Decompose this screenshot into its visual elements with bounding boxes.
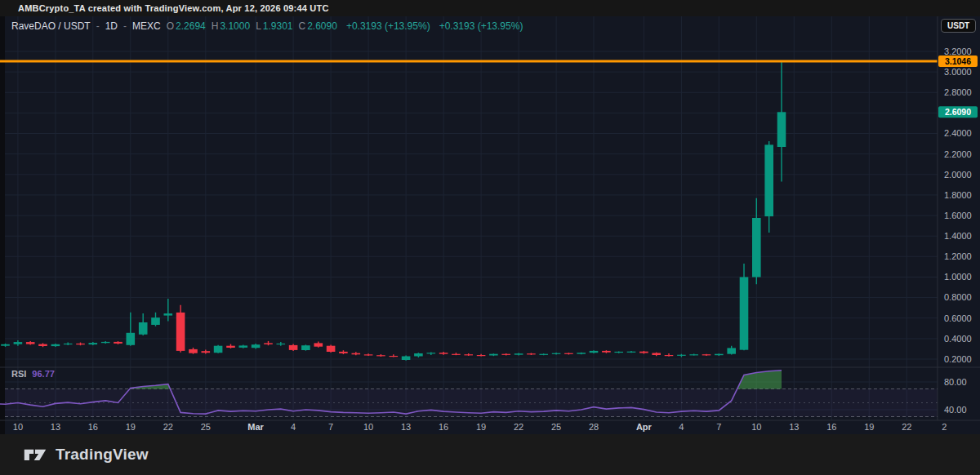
tradingview-logo-icon[interactable] [23, 445, 47, 464]
svg-text:3.2000: 3.2000 [944, 47, 972, 56]
open-value: 2.2694 [176, 20, 206, 32]
svg-text:3.0000: 3.0000 [944, 67, 972, 77]
svg-text:25: 25 [551, 422, 561, 432]
svg-text:3.1046: 3.1046 [945, 56, 971, 66]
open-label: O [167, 20, 174, 32]
svg-text:0.6000: 0.6000 [944, 313, 972, 323]
svg-text:22: 22 [514, 422, 523, 432]
svg-text:22: 22 [902, 422, 911, 432]
svg-text:19: 19 [476, 422, 486, 432]
tradingview-logo-text[interactable]: TradingView [56, 446, 149, 464]
svg-text:2: 2 [942, 422, 947, 432]
svg-text:4: 4 [679, 422, 684, 432]
svg-text:25: 25 [201, 422, 211, 432]
svg-text:1.4000: 1.4000 [944, 231, 972, 241]
low-value: 1.9301 [263, 20, 293, 32]
svg-text:16: 16 [88, 422, 98, 432]
svg-text:4: 4 [291, 422, 296, 432]
svg-text:7: 7 [328, 422, 333, 432]
svg-text:0.4000: 0.4000 [944, 334, 972, 344]
symbol-title[interactable]: RaveDAO / USDT [11, 20, 91, 32]
svg-text:1.8000: 1.8000 [944, 190, 972, 200]
high-value: 3.1000 [220, 20, 250, 32]
attribution-text: AMBCrypto_TA created with TradingView.co… [18, 3, 329, 13]
legend-separator: - [123, 20, 127, 32]
svg-text:80.00: 80.00 [944, 377, 967, 387]
svg-text:22: 22 [163, 422, 173, 432]
attribution-bar: AMBCrypto_TA created with TradingView.co… [0, 0, 980, 16]
svg-text:13: 13 [51, 422, 60, 432]
legend-separator: - [96, 20, 100, 32]
svg-text:19: 19 [864, 422, 874, 432]
svg-text:0.2000: 0.2000 [944, 354, 972, 364]
exchange-label[interactable]: MEXC [132, 20, 161, 32]
svg-text:16: 16 [439, 422, 448, 432]
low-label: L [256, 20, 261, 32]
chart-legend: RaveDAO / USDT - 1D - MEXC O 2.2694 H 3.… [11, 20, 523, 32]
chart-canvas[interactable]: 3.20003.00002.80002.60002.40002.20002.00… [0, 16, 980, 434]
bottom-bar: TradingView [0, 434, 980, 475]
tradingview-screenshot: AMBCrypto_TA created with TradingView.co… [0, 0, 980, 475]
close-label: C [299, 20, 306, 32]
rsi-label[interactable]: RSI [11, 369, 26, 379]
svg-text:10: 10 [363, 422, 373, 432]
chart-area[interactable]: 3.20003.00002.80002.60002.40002.20002.00… [0, 16, 980, 434]
svg-text:2.0000: 2.0000 [944, 170, 972, 180]
high-label: H [212, 20, 219, 32]
svg-text:7: 7 [716, 422, 721, 432]
change-value: +0.3193 (+13.95%) [346, 20, 430, 32]
interval-label[interactable]: 1D [105, 20, 118, 32]
rsi-value: 96.77 [32, 369, 55, 379]
svg-text:0.8000: 0.8000 [944, 292, 972, 302]
svg-text:16: 16 [826, 422, 836, 432]
svg-text:10: 10 [13, 422, 23, 432]
close-value: 2.6090 [307, 20, 337, 32]
svg-text:Mar: Mar [247, 422, 264, 432]
change-value-secondary: +0.3193 (+13.95%) [439, 20, 523, 32]
svg-text:2.2000: 2.2000 [944, 149, 972, 159]
svg-text:28: 28 [589, 422, 599, 432]
svg-text:13: 13 [789, 422, 799, 432]
svg-text:40.00: 40.00 [944, 405, 967, 415]
svg-text:Apr: Apr [636, 422, 653, 432]
svg-text:19: 19 [126, 422, 136, 432]
svg-text:13: 13 [401, 422, 411, 432]
svg-text:2.6090: 2.6090 [945, 107, 971, 117]
rsi-legend: RSI 96.77 [11, 369, 55, 379]
svg-text:2.4000: 2.4000 [944, 128, 972, 138]
currency-button[interactable]: USDT [941, 19, 976, 33]
svg-text:1.6000: 1.6000 [944, 211, 972, 220]
svg-text:1.2000: 1.2000 [944, 251, 972, 261]
svg-text:2.8000: 2.8000 [944, 87, 972, 97]
svg-text:1.0000: 1.0000 [944, 272, 972, 282]
svg-text:10: 10 [751, 422, 761, 432]
